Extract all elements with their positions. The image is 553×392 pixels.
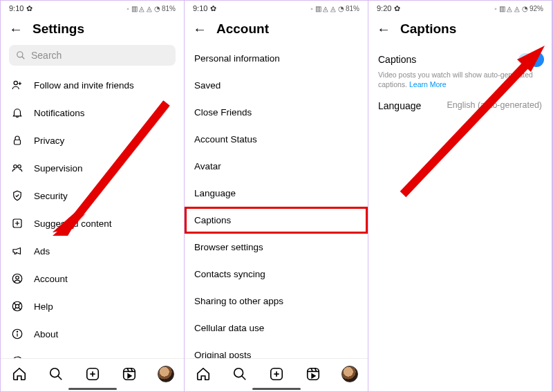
menu-label: Supervision (34, 163, 83, 174)
menu-label: About (34, 329, 58, 339)
status-bar: 9:20 ✿ ◦ ▥ ◬ ◬ ◔ 92% (368, 1, 552, 16)
home-indicator (68, 388, 117, 390)
panel-account: 9:10 ✿ ◦ ▥ ◬ ◬ ◔ 81% ← Account Personal … (185, 1, 368, 391)
menu-label: Captions (194, 215, 231, 225)
account-item[interactable]: Account (1, 265, 184, 292)
menu-label: Help (34, 301, 53, 312)
menu-label: Saved (194, 80, 221, 91)
svg-point-12 (15, 304, 19, 308)
svg-point-2 (14, 81, 17, 84)
home-indicator (252, 388, 301, 390)
search-input[interactable]: Search (9, 45, 176, 66)
user-circle-icon (10, 272, 24, 285)
original-posts-item[interactable]: Original posts (185, 342, 368, 358)
page-title: Settings (32, 21, 84, 37)
nav-home-icon[interactable] (195, 366, 212, 382)
back-arrow-icon[interactable]: ← (9, 22, 23, 36)
nav-search-icon[interactable] (232, 366, 248, 382)
status-bar: 9:10 ✿ ◦ ▥ ◬ ◬ ◔ 81% (1, 1, 184, 16)
battery-text: 81% (162, 5, 176, 12)
page-title: Captions (400, 21, 456, 37)
follow-invite-item[interactable]: Follow and invite friends (1, 71, 184, 99)
svg-line-16 (19, 303, 21, 305)
megaphone-icon (10, 245, 24, 257)
nav-create-icon[interactable] (84, 366, 101, 382)
shield-icon (10, 189, 24, 202)
svg-line-15 (14, 308, 16, 310)
svg-rect-42 (307, 368, 319, 380)
ads-item[interactable]: Ads (1, 237, 184, 265)
nav-search-icon[interactable] (48, 366, 64, 382)
account-menu: Personal information Saved Close Friends… (185, 45, 368, 358)
nav-reels-icon[interactable] (121, 366, 138, 382)
help-item[interactable]: Help (1, 292, 184, 320)
avatar-item[interactable]: Avatar (185, 153, 368, 180)
theme-item[interactable]: Theme (1, 348, 184, 358)
captions-item[interactable]: Captions (185, 207, 368, 234)
notifications-item[interactable]: Notifications (1, 99, 184, 127)
cellular-data-item[interactable]: Cellular data use (185, 315, 368, 342)
back-arrow-icon[interactable]: ← (377, 22, 391, 36)
privacy-item[interactable]: Privacy (1, 127, 184, 154)
menu-label: Ads (34, 246, 50, 256)
bell-icon (10, 106, 24, 119)
menu-label: Privacy (34, 136, 64, 146)
menu-label: Personal information (194, 53, 280, 64)
security-item[interactable]: Security (1, 182, 184, 209)
signal-icons: ◦ ▥ ◬ ◬ ◔ (494, 5, 528, 12)
svg-line-1 (22, 57, 25, 59)
supervision-item[interactable]: Supervision (1, 154, 184, 182)
suggested-content-item[interactable]: Suggested content (1, 209, 184, 237)
status-bar: 9:10 ✿ ◦ ▥ ◬ ◬ ◔ 81% (185, 1, 368, 16)
menu-label: Browser settings (194, 242, 263, 252)
language-label: Language (378, 100, 421, 111)
saved-item[interactable]: Saved (185, 72, 368, 99)
language-item[interactable]: Language (185, 180, 368, 207)
captions-label: Captions (378, 54, 416, 65)
signal-icons: ◦ ▥ ◬ ◬ ◔ (310, 5, 344, 12)
lifebuoy-icon (10, 300, 24, 312)
svg-point-23 (50, 368, 59, 377)
nav-create-icon[interactable] (268, 366, 285, 382)
signal-icons: ◦ ▥ ◬ ◬ ◔ (126, 5, 160, 12)
nav-profile-avatar[interactable] (341, 366, 358, 382)
captions-toggle[interactable] (518, 53, 542, 66)
personal-info-item[interactable]: Personal information (185, 45, 368, 72)
header: ← Settings (1, 16, 184, 45)
svg-point-7 (18, 165, 21, 169)
nav-profile-avatar[interactable] (158, 366, 174, 382)
menu-label: Notifications (34, 108, 85, 118)
menu-label: Original posts (194, 350, 252, 358)
search-placeholder: Search (31, 50, 62, 61)
nav-home-icon[interactable] (11, 366, 28, 382)
bottom-nav (185, 358, 368, 391)
people-icon (10, 162, 24, 174)
status-time: 9:10 (9, 4, 24, 12)
sharing-apps-item[interactable]: Sharing to other apps (185, 288, 368, 315)
browser-settings-item[interactable]: Browser settings (185, 234, 368, 261)
back-arrow-icon[interactable]: ← (193, 22, 207, 36)
gear-icon: ✿ (210, 4, 216, 13)
account-status-item[interactable]: Account Status (185, 126, 368, 153)
panel-settings: 9:10 ✿ ◦ ▥ ◬ ◬ ◔ 81% ← Settings Search F… (1, 1, 185, 391)
bottom-nav (1, 358, 184, 391)
menu-label: Language (194, 188, 236, 198)
learn-more-link[interactable]: Learn More (409, 80, 447, 88)
language-row[interactable]: Language English (auto-generated) (368, 91, 552, 121)
svg-line-13 (14, 303, 16, 305)
svg-rect-28 (123, 368, 135, 380)
svg-point-37 (234, 368, 243, 377)
close-friends-item[interactable]: Close Friends (185, 99, 368, 126)
about-item[interactable]: About (1, 320, 184, 348)
svg-line-14 (19, 308, 21, 310)
gear-icon: ✿ (26, 4, 32, 13)
search-icon (16, 50, 26, 60)
contacts-syncing-item[interactable]: Contacts syncing (185, 261, 368, 288)
menu-label: Follow and invite friends (34, 80, 134, 91)
sparkle-icon (10, 217, 24, 230)
nav-reels-icon[interactable] (305, 366, 321, 382)
svg-rect-5 (15, 140, 21, 144)
menu-label: Account Status (194, 134, 257, 144)
menu-label: Sharing to other apps (194, 296, 283, 306)
menu-label: Close Friends (194, 107, 252, 118)
